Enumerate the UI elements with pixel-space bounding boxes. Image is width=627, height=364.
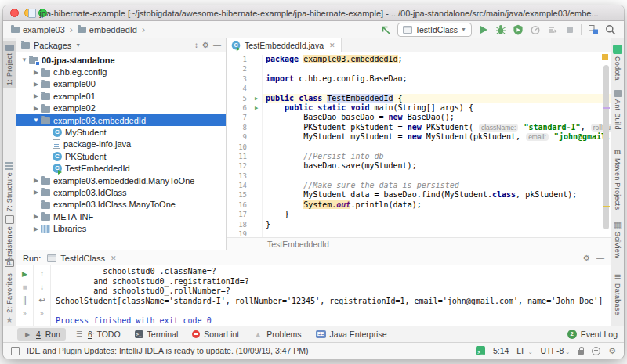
run-targets-button[interactable] <box>546 23 558 35</box>
chevron-right-icon[interactable]: ▶ <box>31 213 41 220</box>
more-actions-icon[interactable]: » <box>37 308 48 319</box>
tree-item-testembeddedid[interactable]: TestEmbeddedId <box>16 163 226 175</box>
code-text[interactable]: public class TestEmbeddedId { <box>263 94 611 103</box>
tree-item-00-jpa-standalone[interactable]: ▼00-jpa-standalone <box>16 54 226 66</box>
breadcrumb-item-embeddedid[interactable]: embeddedId <box>78 25 137 34</box>
toolwindow-tab-terminal[interactable]: Terminal <box>129 328 184 341</box>
chevron-right-icon[interactable]: ▶ <box>31 177 41 184</box>
stripe-item-restore[interactable] <box>3 259 16 267</box>
chevron-right-icon[interactable]: ▶ <box>31 225 41 232</box>
tree-item-example01[interactable]: ▶example01 <box>16 90 226 102</box>
stop-button[interactable] <box>564 23 575 35</box>
code-text[interactable]: System.out.println(data); <box>263 200 611 210</box>
code-text[interactable] <box>263 171 611 181</box>
hector-inspector-icon[interactable] <box>592 347 600 355</box>
tree-item-libraries[interactable]: ▶Libraries <box>16 222 226 234</box>
stripe-item-1-project[interactable]: 1: Project <box>3 41 16 88</box>
tree-item-example03-idclass[interactable]: ▶example03.IdClass <box>16 186 226 198</box>
code-text[interactable]: PKStudent pkStudent = new PKStudent( cla… <box>263 123 611 132</box>
up-stack-trace-button[interactable]: ↑ <box>37 268 48 279</box>
run-configuration-select[interactable]: TestIdClass ▼ <box>397 23 472 37</box>
code-text[interactable]: } <box>263 210 611 219</box>
code-text[interactable]: package example03.embeddedId; <box>263 55 611 64</box>
code-text[interactable]: } <box>263 220 611 229</box>
stripe-item-maven-projects[interactable]: Maven Projects <box>611 146 624 210</box>
chevron-right-icon[interactable]: ▶ <box>31 69 41 76</box>
run-with-coverage-button[interactable] <box>512 23 524 35</box>
caret-position[interactable]: 5:14 <box>493 346 509 355</box>
expand-collapse-icon[interactable]: ↕ <box>194 41 198 49</box>
code-text[interactable]: import c.hb.eg.config.BaseDao; <box>263 74 611 84</box>
breadcrumb-item-example03[interactable]: example03 <box>11 25 65 34</box>
rerun-button[interactable]: ▶ <box>20 268 31 279</box>
toolwindow-tab-problems[interactable]: Problems <box>248 328 306 341</box>
chevron-right-icon[interactable]: ▶ <box>31 92 41 99</box>
codota-status-icon[interactable] <box>476 346 485 355</box>
stripe-item-database[interactable]: Database <box>611 272 624 315</box>
tree-item-c-hb-eg-config[interactable]: ▶c.hb.eg.config <box>16 66 226 77</box>
tree-item-example03-embeddedid[interactable]: ▼example03.embeddedId <box>16 114 226 126</box>
toolwindow-tab-6-todo[interactable]: 6: TODO <box>69 328 126 341</box>
code-text[interactable]: MyStudent myStudent = new MyStudent(pkSt… <box>263 132 611 142</box>
encoding-select[interactable]: UTF-8⌄ <box>541 346 571 355</box>
profiler-button[interactable] <box>529 23 541 35</box>
code-text[interactable] <box>263 84 611 93</box>
search-everywhere-icon[interactable] <box>604 23 616 35</box>
more-actions-icon[interactable]: » <box>20 308 31 319</box>
gear-icon[interactable]: ⚙ <box>202 41 209 49</box>
hide-panel-icon[interactable]: — <box>213 41 221 49</box>
debug-button[interactable] <box>495 23 506 35</box>
tree-item-meta-inf[interactable]: ▶META-INF <box>16 211 226 222</box>
code-editor[interactable]: 1package example03.embeddedId;23import c… <box>227 52 611 237</box>
run-line-icon[interactable]: ▶ <box>251 94 263 103</box>
code-text[interactable]: baseDao.save(myStudent); <box>263 161 611 171</box>
editor-scrollbar[interactable] <box>603 65 609 229</box>
chevron-right-icon[interactable]: ▶ <box>31 105 41 112</box>
code-text[interactable]: BaseDao baseDao = new BaseDao(); <box>263 113 611 122</box>
chevron-down-icon[interactable]: ▼ <box>31 117 41 124</box>
console-output[interactable]: schoolstud0_.className=? and schoolstud0… <box>51 265 611 326</box>
run-button[interactable] <box>477 23 489 35</box>
run-line-icon[interactable]: ▶ <box>251 103 263 113</box>
stripe-item-persistence[interactable]: Persistence <box>3 215 16 265</box>
code-text[interactable] <box>263 229 611 237</box>
toolwindow-tab-4-run[interactable]: 4: Run <box>17 328 66 341</box>
chevron-down-icon[interactable]: ▼ <box>75 42 81 48</box>
gear-icon[interactable]: ⚙ <box>608 346 616 356</box>
code-text[interactable]: MyStudent data = baseDao.find(MyStudent.… <box>263 190 611 200</box>
error-stripe-mark[interactable] <box>603 107 610 109</box>
lock-icon[interactable] <box>578 350 584 355</box>
line-separator-select[interactable]: LF⌄ <box>516 346 532 355</box>
code-text[interactable] <box>263 142 611 152</box>
chevron-right-icon[interactable]: ▶ <box>31 189 41 196</box>
close-icon[interactable]: ✕ <box>329 41 335 49</box>
chevron-down-icon[interactable]: ▼ <box>20 56 29 63</box>
tree-item-example02[interactable]: ▶example02 <box>16 103 226 114</box>
hide-panel-icon[interactable]: — <box>596 254 604 262</box>
stripe-item-7-structure[interactable]: 7: Structure <box>3 162 16 211</box>
inspection-status-icon[interactable] <box>602 54 608 60</box>
code-text[interactable] <box>263 64 611 74</box>
code-text[interactable]: //Persist into db <box>263 152 611 161</box>
pause-output-button[interactable]: ║ <box>20 295 31 305</box>
tree-item-pkstudent[interactable]: PKStudent <box>16 150 226 162</box>
toolwindow-tab-java-enterprise[interactable]: Java Enterprise <box>310 328 393 341</box>
project-structure-icon[interactable] <box>587 23 599 35</box>
editor-breadcrumb[interactable]: TestEmbeddedId <box>267 240 329 249</box>
error-stripe-mark[interactable] <box>603 206 610 207</box>
close-icon[interactable]: ✕ <box>111 254 117 262</box>
stripe-item-codota[interactable]: Codota <box>611 45 624 81</box>
down-stack-trace-button[interactable]: ↓ <box>37 282 48 292</box>
stripe-item-ant-build[interactable]: Ant Build <box>611 90 624 130</box>
editor-tab[interactable]: TestEmbeddedId.java ✕ <box>227 38 342 52</box>
tree-item-mystudent[interactable]: MyStudent <box>16 126 226 138</box>
stripe-item-sciview[interactable]: SciView <box>611 220 624 258</box>
code-text[interactable]: //Make sure the data is persisted <box>263 181 611 190</box>
gear-icon[interactable]: ⚙ <box>583 254 590 262</box>
tree-item-example03-idclass-manytoone[interactable]: example03.IdClass.ManyToOne <box>16 199 226 211</box>
run-tab[interactable]: TestIdClass ✕ <box>47 254 116 263</box>
project-view-mode[interactable]: Packages <box>34 41 71 50</box>
code-text[interactable]: public static void main(String[] args) { <box>263 103 611 113</box>
stripe-item-2-favorites[interactable]: 2: Favorites <box>3 273 16 325</box>
toolwindow-tab-sonarlint[interactable]: SonarLint <box>187 328 245 341</box>
